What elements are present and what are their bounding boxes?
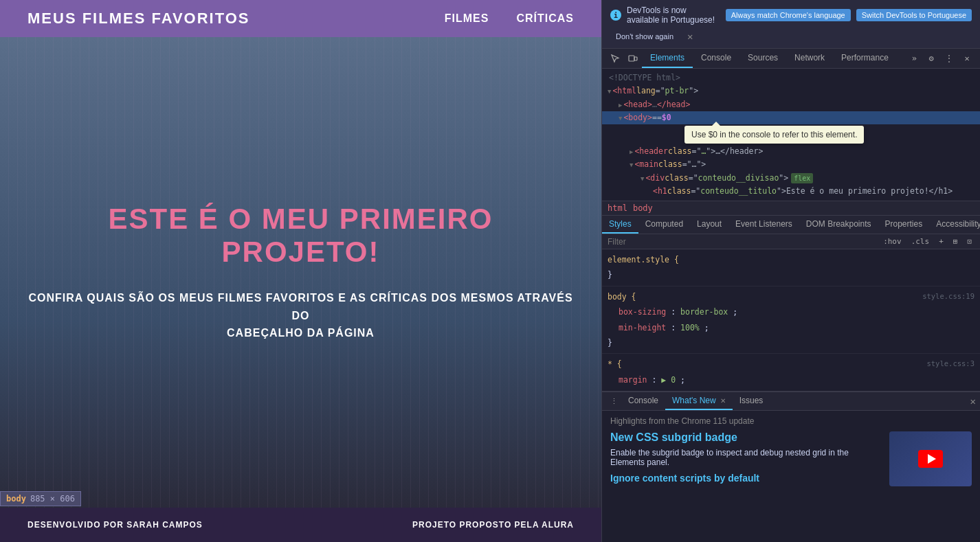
css-selector: body { — [608, 292, 636, 302]
dom-arrow-html[interactable] — [608, 85, 611, 97]
css-property: box-sizing — [619, 307, 666, 317]
css-close-brace: } — [608, 270, 612, 280]
website-preview: MEUS FILMES FAVORITOS FILMES CRÍTICAS ES… — [0, 0, 601, 542]
dom-h1-line: <h1 class="conteudo__titulo">Este é o me… — [602, 185, 980, 198]
bottom-panel-tabs: ⋮ Console What's New ✕ Issues ✕ — [602, 392, 980, 411]
tab-event-listeners[interactable]: Event Listeners — [728, 216, 799, 234]
toggle-panel-button[interactable]: ⊡ — [964, 236, 975, 247]
css-value: 100% — [680, 323, 700, 332]
match-language-button[interactable]: Always match Chrome's language — [726, 9, 851, 21]
css-value: ▶ 0 — [661, 375, 676, 385]
subgrid-thumbnail-image — [889, 431, 972, 486]
flex-badge: flex — [791, 173, 813, 183]
tab-whats-new[interactable]: What's New ✕ — [665, 392, 733, 410]
subgrid-title: New CSS subgrid badge — [610, 431, 882, 444]
css-property: margin — [619, 375, 647, 385]
cls-filter-button[interactable]: .cls — [909, 236, 933, 247]
svg-rect-1 — [634, 57, 637, 60]
dom-head-line: <head> … </head> — [602, 98, 980, 111]
dom-main-line: <main class="…"> — [602, 158, 980, 171]
bottom-panel: ⋮ Console What's New ✕ Issues ✕ Highligh… — [602, 391, 980, 542]
subgrid-text: Enable the subgrid badge to inspect and … — [610, 448, 882, 467]
dom-breadcrumb: html body — [602, 201, 980, 216]
copy-styles-button[interactable]: ⊞ — [950, 236, 961, 247]
tab-issues[interactable]: Issues — [733, 392, 770, 410]
tab-console[interactable]: Console — [693, 49, 739, 68]
settings-icon[interactable]: ⚙ — [922, 49, 940, 67]
device-toolbar-icon[interactable] — [624, 49, 642, 67]
highlights-label: Highlights from the Chrome 115 update — [610, 416, 972, 426]
tab-layout[interactable]: Layout — [690, 216, 728, 234]
devtools-main-tabs: Elements Console Sources Network Perform… — [642, 49, 906, 68]
more-tabs-button[interactable]: » — [906, 51, 922, 66]
tab-network[interactable]: Network — [786, 49, 833, 68]
body-size-badge: body 885 × 606 — [0, 491, 81, 506]
notification-text: DevTools is now available in Portuguese! — [627, 5, 720, 25]
css-rule-universal: * { style.css:3 margin : ▶ 0 ; padding :… — [602, 357, 980, 391]
dom-html-line: <html lang="pt-br"> — [602, 84, 980, 98]
dom-arrow-header[interactable] — [630, 146, 633, 157]
css-property: min-height — [619, 323, 666, 332]
css-close-brace: } — [608, 338, 612, 348]
hov-filter-button[interactable]: :hov — [880, 236, 904, 247]
footer-left: DESENVOLVIDO POR SARAH CAMPOS — [27, 520, 203, 530]
css-source: style.css:19 — [922, 291, 975, 302]
css-source: style.css:3 — [926, 358, 975, 370]
tooltip-text: Use $0 in the console to refer to this e… — [684, 126, 864, 144]
dom-arrow-head[interactable] — [619, 99, 622, 111]
tab-properties[interactable]: Properties — [878, 216, 930, 234]
dom-doctype: <!DOCTYPE html> — [609, 72, 680, 84]
css-rules-panel: element.style { } body { style.css:19 bo… — [602, 249, 980, 391]
css-selector: * { — [608, 359, 622, 369]
tab-console-bottom[interactable]: Console — [621, 392, 665, 410]
bottom-panel-content: Highlights from the Chrome 115 update Ne… — [602, 411, 980, 542]
close-bottom-panel-icon[interactable]: ✕ — [970, 396, 976, 407]
tab-accessibility[interactable]: Accessibility — [929, 216, 980, 234]
filter-input[interactable] — [608, 237, 876, 247]
close-devtools-icon[interactable]: ✕ — [958, 49, 976, 67]
more-options-icon[interactable]: ⋮ — [940, 49, 958, 67]
badge-element-name: body — [6, 494, 26, 504]
devtools-notification-bar: i DevTools is now available in Portugues… — [602, 0, 980, 49]
dom-arrow-body[interactable] — [619, 112, 622, 124]
filter-bar: :hov .cls + ⊞ ⊡ — [602, 234, 980, 249]
site-main-subtitle: CONFIRA QUAIS SÃO OS MEUS FILMES FAVORIT… — [27, 289, 574, 342]
css-rule-body-1: body { style.css:19 box-sizing : border-… — [602, 289, 980, 354]
breadcrumb-body[interactable]: body — [633, 203, 653, 213]
dom-header-line: <header class="…">…</header> — [602, 145, 980, 158]
inspect-element-icon[interactable] — [606, 49, 624, 67]
site-main: ESTE É O MEU PRIMEIRO PROJETO! CONFIRA Q… — [0, 37, 601, 508]
tab-sources[interactable]: Sources — [739, 49, 786, 68]
css-value: border-box — [680, 307, 728, 317]
dom-arrow-main[interactable] — [630, 159, 633, 170]
close-whats-new[interactable]: ✕ — [720, 397, 726, 405]
css-rule-element-style: element.style { } — [602, 252, 980, 286]
dom-doctype-line: <!DOCTYPE html> — [602, 71, 980, 84]
tab-styles[interactable]: Styles — [602, 216, 638, 234]
site-header: MEUS FILMES FAVORITOS FILMES CRÍTICAS — [0, 0, 601, 37]
site-footer: DESENVOLVIDO POR SARAH CAMPOS PROJETO PR… — [0, 508, 601, 542]
breadcrumb-html[interactable]: html — [608, 203, 627, 213]
svg-rect-0 — [629, 56, 634, 61]
nav-filmes[interactable]: FILMES — [445, 12, 489, 25]
dom-div-line: <div class="conteudo__divisao"> flex — [602, 172, 980, 185]
dom-tree: <!DOCTYPE html> <html lang="pt-br"> <hea… — [602, 69, 980, 201]
notification-close-icon[interactable]: ✕ — [687, 31, 693, 42]
nav-criticas[interactable]: CRÍTICAS — [516, 12, 574, 25]
subgrid-article: New CSS subgrid badge Enable the subgrid… — [610, 431, 972, 467]
dom-body-line[interactable]: <body> == $0 — [602, 111, 980, 124]
styles-panel-tabs: Styles Computed Layout Event Listeners D… — [602, 216, 980, 234]
tab-elements[interactable]: Elements — [642, 49, 693, 68]
devtools-toolbar: Elements Console Sources Network Perform… — [602, 49, 980, 69]
tab-computed[interactable]: Computed — [638, 216, 690, 234]
tab-performance[interactable]: Performance — [833, 49, 897, 68]
switch-portuguese-button[interactable]: Switch DevTools to Portuguese — [856, 9, 972, 21]
youtube-play-button[interactable] — [918, 450, 943, 468]
footer-right: PROJETO PROPOSTO PELA ALURA — [412, 520, 574, 530]
devtools-panel: i DevTools is now available in Portugues… — [601, 0, 980, 542]
dont-show-button[interactable]: Don't show again — [610, 30, 679, 43]
dom-arrow-div[interactable] — [641, 172, 644, 184]
add-style-rule-button[interactable]: + — [936, 236, 946, 247]
bottom-more-icon[interactable]: ⋮ — [606, 394, 621, 409]
tab-dom-breakpoints[interactable]: DOM Breakpoints — [799, 216, 878, 234]
